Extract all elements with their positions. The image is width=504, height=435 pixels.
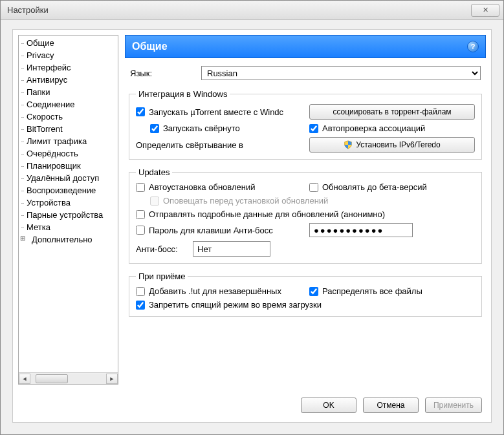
cancel-button[interactable]: Отмена xyxy=(363,398,419,413)
boss-password-input[interactable] xyxy=(309,223,413,237)
start-minimized-input[interactable] xyxy=(150,124,159,133)
start-minimized-checkbox[interactable]: Запускать свёрнуто xyxy=(150,123,301,133)
sidebar-item-6[interactable]: Скорость xyxy=(19,111,118,123)
allocate-all-files-checkbox[interactable]: Распределять все файлы xyxy=(309,286,475,296)
beta-versions-input[interactable] xyxy=(309,183,318,192)
sidebar-item-4[interactable]: Папки xyxy=(19,86,118,98)
scroll-left-arrow-icon[interactable]: ◄ xyxy=(19,374,30,384)
auto-install-updates-checkbox[interactable]: Автоустановка обновлений xyxy=(136,182,301,192)
updates-legend: Updates xyxy=(136,167,172,177)
beta-versions-checkbox[interactable]: Обновлять до бета-версий xyxy=(309,182,475,192)
sidebar-item-12[interactable]: Воспроизведение xyxy=(19,184,118,196)
uac-shield-icon xyxy=(344,140,353,149)
ok-button[interactable]: OK xyxy=(301,398,356,413)
window-title: Настройки xyxy=(7,5,49,15)
page-header: Общие ? xyxy=(125,35,486,58)
auto-check-assoc-checkbox[interactable]: Автопроверка ассоциаций xyxy=(309,123,475,133)
start-with-windows-input[interactable] xyxy=(136,107,145,116)
prevent-sleep-checkbox[interactable]: Запретить спящий режим во время загрузки xyxy=(136,300,475,310)
minimize-to-label: Определить свёртывание в xyxy=(136,140,301,150)
sidebar-item-3[interactable]: Антивирус xyxy=(19,74,118,86)
language-row: Язык: Russian xyxy=(125,63,486,83)
page-title: Общие xyxy=(132,41,168,52)
send-update-details-checkbox[interactable]: Отправлять подробные данные для обновлен… xyxy=(136,209,475,219)
sidebar-item-11[interactable]: Удалённый доступ xyxy=(19,172,118,184)
add-ut-extension-checkbox[interactable]: Добавить .!ut для незавершённых xyxy=(136,286,301,296)
dialog-body: ОбщиеPrivacyИнтерфейсАнтивирусПапкиСоеди… xyxy=(12,29,492,423)
sidebar-item-2[interactable]: Интерфейс xyxy=(19,61,118,74)
sidebar-horizontal-scrollbar[interactable]: ◄ ► xyxy=(19,372,118,384)
auto-install-updates-input[interactable] xyxy=(136,183,145,192)
scroll-right-arrow-icon[interactable]: ► xyxy=(106,374,118,384)
main-area: ОбщиеPrivacyИнтерфейсАнтивирусПапкиСоеди… xyxy=(13,30,491,390)
help-icon[interactable]: ? xyxy=(467,41,479,52)
sidebar: ОбщиеPrivacyИнтерфейсАнтивирусПапкиСоеди… xyxy=(18,35,118,385)
allocate-all-files-input[interactable] xyxy=(309,287,318,296)
sidebar-item-10[interactable]: Планировщик xyxy=(19,160,118,172)
windows-integration-legend: Интеграция в Windows xyxy=(136,89,230,99)
notify-before-update-input xyxy=(150,196,159,206)
associate-torrent-button[interactable]: ссоциировать в торрент-файлам xyxy=(309,104,475,120)
start-with-windows-checkbox[interactable]: Запускать µTorrent вместе с Windc xyxy=(136,107,301,117)
boss-key-input[interactable] xyxy=(193,241,270,257)
install-ipv6-button[interactable]: Установить IPv6/Teredo xyxy=(309,137,475,153)
sidebar-item-1[interactable]: Privacy xyxy=(19,49,118,61)
scroll-thumb[interactable] xyxy=(36,374,68,383)
sidebar-item-7[interactable]: BitTorrent xyxy=(19,123,118,135)
updates-group: Updates Автоустановка обновлений Обновля… xyxy=(129,167,482,264)
language-select[interactable]: Russian xyxy=(201,66,481,80)
settings-window: Настройки ✕ ОбщиеPrivacyИнтерфейсАнтивир… xyxy=(0,0,504,435)
apply-button[interactable]: Применить xyxy=(425,398,482,413)
category-tree[interactable]: ОбщиеPrivacyИнтерфейсАнтивирусПапкиСоеди… xyxy=(19,36,118,372)
windows-integration-group: Интеграция в Windows Запускать µTorrent … xyxy=(129,89,482,160)
close-button[interactable]: ✕ xyxy=(471,4,499,17)
sidebar-item-0[interactable]: Общие xyxy=(19,37,118,49)
sidebar-item-15[interactable]: Метка xyxy=(19,221,118,233)
close-icon: ✕ xyxy=(483,6,488,14)
sidebar-item-13[interactable]: Устройства xyxy=(19,196,118,209)
send-update-details-input[interactable] xyxy=(136,210,145,219)
titlebar: Настройки ✕ xyxy=(1,1,503,20)
dialog-button-bar: OK Отмена Применить xyxy=(13,390,491,422)
auto-check-assoc-input[interactable] xyxy=(309,124,318,133)
content-panel: Общие ? Язык: Russian Интеграция в Windo… xyxy=(125,35,486,385)
boss-password-checkbox[interactable]: Пароль для клавиши Анти-босс xyxy=(136,226,301,235)
prevent-sleep-input[interactable] xyxy=(136,301,145,310)
boss-password-checkbox-input[interactable] xyxy=(136,226,145,235)
receive-group: При приёме Добавить .!ut для незавершённ… xyxy=(129,271,482,317)
notify-before-update-checkbox: Оповещать перед установкой обновлений xyxy=(150,196,475,206)
receive-legend: При приёме xyxy=(136,271,188,281)
scroll-track[interactable] xyxy=(30,374,106,384)
sidebar-item-14[interactable]: Парные устройства xyxy=(19,209,118,221)
sidebar-item-8[interactable]: Лимит трафика xyxy=(19,135,118,147)
sidebar-item-5[interactable]: Соединение xyxy=(19,98,118,111)
sidebar-item-9[interactable]: Очерёдность xyxy=(19,147,118,160)
language-label: Язык: xyxy=(130,69,195,78)
sidebar-item-16[interactable]: Дополнительно xyxy=(19,233,118,246)
boss-key-label: Анти-босс: xyxy=(136,244,188,254)
add-ut-extension-input[interactable] xyxy=(136,287,145,296)
